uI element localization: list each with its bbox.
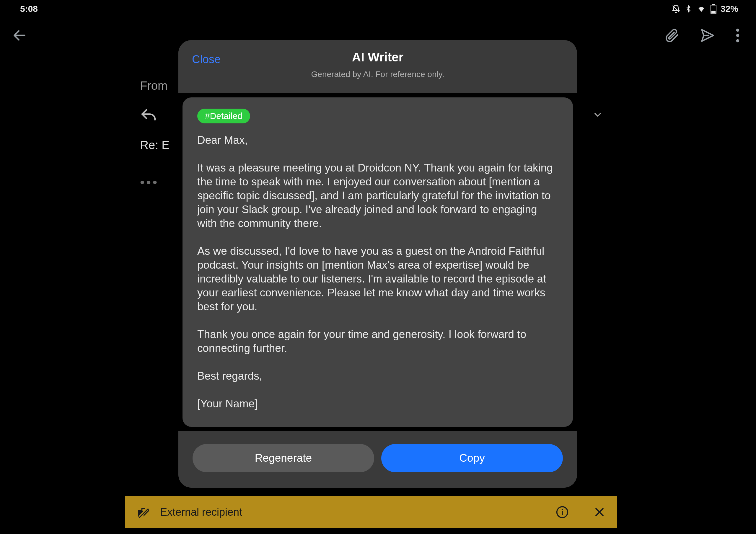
dialog-title: AI Writer	[352, 50, 403, 64]
dialog-subtitle: Generated by AI. For reference only.	[311, 70, 445, 79]
style-tag: #Detailed	[197, 109, 250, 123]
regenerate-button[interactable]: Regenerate	[193, 444, 374, 472]
close-button[interactable]: Close	[192, 53, 221, 66]
copy-button[interactable]: Copy	[381, 444, 563, 472]
dialog-backdrop: Close AI Writer Generated by AI. For ref…	[0, 0, 756, 534]
dialog-body: #Detailed Dear Max, It was a pleasure me…	[182, 97, 573, 427]
generated-text[interactable]: Dear Max, It was a pleasure meeting you …	[197, 133, 558, 411]
ai-writer-dialog: Close AI Writer Generated by AI. For ref…	[178, 40, 577, 488]
dialog-body-wrap: #Detailed Dear Max, It was a pleasure me…	[178, 93, 577, 431]
dialog-footer: Regenerate Copy	[178, 431, 577, 488]
dialog-header: Close AI Writer Generated by AI. For ref…	[178, 40, 577, 93]
